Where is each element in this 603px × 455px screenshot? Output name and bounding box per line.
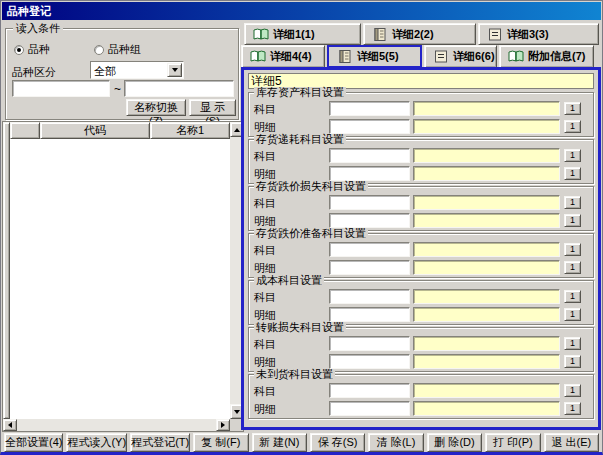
subject-code-input[interactable] — [329, 383, 410, 398]
detail-lookup-button[interactable]: 1 — [564, 355, 581, 368]
detail-code-input[interactable] — [329, 119, 410, 134]
table-selector-strip — [3, 122, 10, 419]
app-window: 品种登记 读入条件 品种 品种组 品种区分 全部 ~ 名称切换(Z) 显 示(S… — [0, 0, 603, 455]
category-combobox[interactable]: 全部 — [90, 61, 184, 79]
delete-button[interactable]: 删 除(D) — [427, 433, 482, 452]
subject-row: 科目 1 — [249, 289, 593, 304]
detail-code-input[interactable] — [329, 213, 410, 228]
subject-code-input[interactable] — [329, 336, 410, 351]
detail-lookup-button[interactable]: 1 — [564, 402, 581, 415]
clear-button[interactable]: 清 除(L) — [368, 433, 423, 452]
subject-lookup-button[interactable]: 1 — [564, 149, 581, 162]
copy-button[interactable]: 复 制(F) — [193, 433, 248, 452]
account-section: 库存资产科目设置 科目 1 明细 1 — [248, 92, 594, 137]
row1-tab-3[interactable]: 详细3(3) — [478, 23, 599, 45]
detail-code-input[interactable] — [329, 307, 410, 322]
detail-name-field[interactable] — [413, 166, 560, 181]
program-register-button[interactable]: 程式登记(T) — [130, 433, 190, 452]
detail-lookup-button[interactable]: 1 — [564, 214, 581, 227]
detail-name-field[interactable] — [413, 119, 560, 134]
detail-row: 明细 1 — [249, 354, 593, 369]
subject-label: 科目 — [254, 196, 276, 211]
detail-code-input[interactable] — [329, 260, 410, 275]
detail-name-field[interactable] — [413, 401, 560, 416]
detail5-tab-panel: 详细5 库存资产科目设置 科目 1 明细 1 存货递耗科目设置 科目 1 明细 — [241, 67, 601, 430]
subject-code-input[interactable] — [329, 148, 410, 163]
set-all-button[interactable]: 全部设置(4) — [4, 433, 63, 452]
detail-code-input[interactable] — [329, 401, 410, 416]
subject-label: 科目 — [254, 243, 276, 258]
scroll-right-button[interactable] — [216, 419, 230, 431]
account-section: 存货跌价损失科目设置 科目 1 明细 1 — [248, 186, 594, 231]
table-header-row: 代码 名称1 — [10, 122, 230, 139]
subject-name-field[interactable] — [413, 148, 560, 163]
subject-name-field[interactable] — [413, 195, 560, 210]
program-read-button[interactable]: 程式读入(Y) — [66, 433, 127, 452]
detail-lookup-button[interactable]: 1 — [564, 120, 581, 133]
subject-code-input[interactable] — [329, 289, 410, 304]
subject-code-input[interactable] — [329, 195, 410, 210]
range-from-input[interactable] — [12, 80, 110, 97]
detail-lookup-button[interactable]: 1 — [564, 308, 581, 321]
subject-name-field[interactable] — [413, 101, 560, 116]
section-title: 未到货科目设置 — [254, 369, 335, 380]
subject-lookup-button[interactable]: 1 — [564, 102, 581, 115]
detail-name-field[interactable] — [413, 354, 560, 369]
bottom-button-bar: 全部设置(4)程式读入(Y)程式登记(T)复 制(F)新 建(N)保 存(S)清… — [4, 433, 599, 452]
radio-group-label: 品种组 — [108, 42, 141, 57]
account-section: 转账损失科目设置 科目 1 明细 1 — [248, 327, 594, 372]
detail-name-field[interactable] — [413, 307, 560, 322]
radio-item-group[interactable]: 品种组 — [94, 42, 141, 57]
subject-lookup-button[interactable]: 1 — [564, 196, 581, 209]
table-header-name1: 名称1 — [150, 122, 230, 139]
range-to-input[interactable] — [124, 80, 234, 97]
subject-code-input[interactable] — [329, 101, 410, 116]
detail-code-input[interactable] — [329, 354, 410, 369]
radio-item-label: 品种 — [28, 42, 50, 57]
save-button[interactable]: 保 存(S) — [310, 433, 365, 452]
subject-name-field[interactable] — [413, 242, 560, 257]
radio-unselected-icon — [94, 45, 104, 55]
detail-name-field[interactable] — [413, 260, 560, 275]
tab-label: 详细2(2) — [392, 27, 434, 42]
table-horizontal-scrollbar[interactable] — [3, 419, 230, 431]
detail-lookup-button[interactable]: 1 — [564, 167, 581, 180]
print-button[interactable]: 打 印(P) — [485, 433, 540, 452]
note-icon — [487, 28, 503, 41]
combobox-dropdown-button[interactable] — [167, 63, 182, 77]
window-title: 品种登记 — [7, 5, 51, 17]
row2-tab-2[interactable]: 详细5(5) — [327, 45, 422, 68]
subject-code-input[interactable] — [329, 242, 410, 257]
row1-tab-1[interactable]: 详细1(1) — [244, 23, 361, 45]
detail-row: 明细 1 — [249, 401, 593, 416]
radio-item[interactable]: 品种 — [14, 42, 50, 57]
subject-name-field[interactable] — [413, 289, 560, 304]
subject-label: 科目 — [254, 384, 276, 399]
table-body[interactable] — [10, 139, 230, 419]
detail-name-field[interactable] — [413, 213, 560, 228]
subject-lookup-button[interactable]: 1 — [564, 384, 581, 397]
subject-label: 科目 — [254, 102, 276, 117]
subject-name-field[interactable] — [413, 336, 560, 351]
row2-tab-4[interactable]: 附加信息(7) — [499, 45, 594, 68]
name-toggle-button[interactable]: 名称切换(Z) — [126, 99, 186, 116]
account-section: 未到货科目设置 科目 1 明细 1 — [248, 374, 594, 419]
subject-name-field[interactable] — [413, 383, 560, 398]
subject-lookup-button[interactable]: 1 — [564, 243, 581, 256]
row2-tab-1[interactable]: 详细4(4) — [241, 45, 325, 68]
category-label: 品种区分 — [12, 65, 56, 80]
detail-lookup-button[interactable]: 1 — [564, 261, 581, 274]
row1-tab-2[interactable]: 详细2(2) — [363, 23, 476, 45]
scroll-down-icon — [234, 410, 240, 414]
subject-lookup-button[interactable]: 1 — [564, 290, 581, 303]
scroll-right-icon — [221, 422, 225, 428]
show-button[interactable]: 显 示(S) — [189, 99, 236, 116]
exit-button[interactable]: 退 出(E) — [544, 433, 599, 452]
subject-label: 科目 — [254, 149, 276, 164]
account-sections: 库存资产科目设置 科目 1 明细 1 存货递耗科目设置 科目 1 明细 1 — [248, 92, 594, 421]
new-button[interactable]: 新 建(N) — [252, 433, 307, 452]
row2-tab-3[interactable]: 详细6(6) — [424, 45, 497, 68]
detail-code-input[interactable] — [329, 166, 410, 181]
scroll-left-button[interactable] — [3, 419, 17, 431]
subject-lookup-button[interactable]: 1 — [564, 337, 581, 350]
